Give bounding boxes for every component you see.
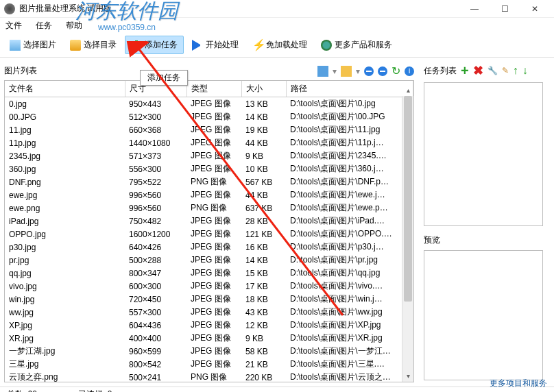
table-row[interactable]: OPPO.jpg1600×1200JPEG 图像121 KBD:\tools\桌…: [5, 228, 413, 241]
table-row[interactable]: 11p.jpg1440×1080JPEG 图像44 KBD:\tools\桌面\…: [5, 136, 413, 149]
preview-label: 预览: [424, 234, 440, 246]
task-clear-icon[interactable]: ✎: [502, 66, 509, 75]
table-row[interactable]: ewe.png996×560PNG 图像637 KBD:\tools\桌面\图片…: [5, 201, 413, 215]
image-list-label: 图片列表: [4, 65, 37, 77]
col-type[interactable]: 类型: [186, 81, 241, 97]
table-row[interactable]: p30.jpg640×426JPEG 图像16 KBD:\tools\桌面\图片…: [5, 241, 413, 254]
info-icon[interactable]: i: [405, 66, 414, 76]
pic-icon[interactable]: [317, 66, 328, 77]
footer-link[interactable]: 更多项目和服务: [490, 378, 547, 389]
image-icon: [10, 40, 21, 51]
table-row[interactable]: 2345.jpg571×373JPEG 图像9 KBD:\tools\桌面\图片…: [5, 149, 413, 162]
col-size[interactable]: 大小: [241, 81, 286, 97]
table-row[interactable]: ww.jpg557×300JPEG 图像43 KBD:\tools\桌面\图片\…: [5, 306, 413, 319]
play-icon: [192, 40, 203, 51]
table-row[interactable]: 一梦江湖.jpg960×599JPEG 图像58 KBD:\tools\桌面\图…: [5, 345, 413, 358]
app-icon: [4, 3, 15, 14]
table-row[interactable]: XP.jpg604×436JPEG 图像12 KBD:\tools\桌面\图片\…: [5, 319, 413, 332]
window-title: 图片批量处理系统 试用版: [19, 3, 459, 14]
table-row[interactable]: vivo.jpg600×300JPEG 图像17 KBD:\tools\桌面\图…: [5, 280, 413, 293]
task-up-icon[interactable]: ↑: [513, 64, 518, 77]
select-image-button[interactable]: 选择图片: [4, 36, 62, 53]
close-button[interactable]: ✕: [520, 1, 550, 17]
menu-file[interactable]: 文件: [5, 20, 22, 32]
tooltip: 添加任务: [140, 70, 188, 86]
select-folder-button[interactable]: 选择目录: [64, 36, 122, 53]
refresh-icon[interactable]: ↻: [392, 64, 400, 77]
list-toolbar: ▾ ▾ ↻ i: [317, 64, 414, 77]
table-row[interactable]: iPad.jpg750×482JPEG 图像28 KBD:\tools\桌面\图…: [5, 215, 413, 228]
task-list-label: 任务列表: [424, 65, 457, 77]
col-path[interactable]: 路径: [286, 81, 413, 97]
task-list-panel[interactable]: [424, 82, 543, 226]
menubar: 文件 任务 帮助: [0, 18, 554, 33]
scroll-up-icon[interactable]: ▴: [402, 84, 413, 96]
table-row[interactable]: 云顶之弈.png500×241PNG 图像220 KBD:\tools\桌面\图…: [5, 371, 413, 382]
task-down-icon[interactable]: ↓: [522, 64, 528, 77]
table-row[interactable]: 360.jpg556×300JPEG 图像10 KBD:\tools\桌面\图片…: [5, 162, 413, 175]
table-row[interactable]: win.jpg720×450JPEG 图像18 KBD:\tools\桌面\图片…: [5, 293, 413, 306]
table-row[interactable]: ewe.jpg996×560JPEG 图像44 KBD:\tools\桌面\图片…: [5, 188, 413, 201]
table-row[interactable]: pr.jpg500×288JPEG 图像14 KBD:\tools\桌面\图片\…: [5, 254, 413, 267]
remove-all-icon[interactable]: [378, 66, 387, 76]
selected-count: 已选择 0: [78, 389, 112, 392]
remove-icon[interactable]: [364, 66, 374, 76]
scroll-down-icon[interactable]: ▾: [402, 370, 413, 382]
maximize-button[interactable]: ☐: [490, 1, 520, 17]
vertical-scrollbar[interactable]: ▴ ▾: [402, 96, 413, 382]
table-row[interactable]: 0.jpg950×443JPEG 图像13 KBD:\tools\桌面\图片\0…: [5, 97, 413, 111]
plus-icon: [131, 40, 142, 51]
total-count: 总数 90: [7, 389, 37, 392]
dropdown-icon-2[interactable]: ▾: [356, 66, 360, 76]
folder-mini-icon[interactable]: [341, 66, 352, 77]
toolbar: 选择图片 选择目录 添加任务 开始处理 ⚡免加载处理 更多产品和服务: [0, 33, 554, 58]
preview-panel: [424, 250, 543, 380]
table-row[interactable]: 00.JPG512×300JPEG 图像14 KBD:\tools\桌面\图片\…: [5, 110, 413, 123]
statusbar: 总数 90 已选择 0: [0, 387, 554, 392]
titlebar: 图片批量处理系统 试用版 — ☐ ✕: [0, 0, 554, 18]
bolt-icon: ⚡: [252, 40, 263, 51]
menu-task[interactable]: 任务: [36, 20, 52, 32]
table-row[interactable]: 三星.jpg800×542JPEG 图像21 KBD:\tools\桌面\图片\…: [5, 358, 413, 371]
dropdown-icon[interactable]: ▾: [333, 66, 337, 76]
task-add-icon[interactable]: +: [461, 66, 469, 75]
table-row[interactable]: qq.jpg800×347JPEG 图像15 KBD:\tools\桌面\图片\…: [5, 267, 413, 280]
more-products-button[interactable]: 更多产品和服务: [315, 36, 398, 53]
scroll-thumb[interactable]: [404, 96, 412, 302]
table-row[interactable]: DNF.png795×522PNG 图像567 KBD:\tools\桌面\图片…: [5, 175, 413, 188]
no-load-process-button[interactable]: ⚡免加载处理: [247, 36, 313, 53]
task-delete-icon[interactable]: ✖: [473, 63, 483, 78]
add-task-button[interactable]: 添加任务: [125, 36, 184, 54]
start-process-button[interactable]: 开始处理: [186, 36, 244, 53]
menu-help[interactable]: 帮助: [66, 20, 82, 32]
globe-icon: [321, 40, 332, 51]
col-filename[interactable]: 文件名: [5, 81, 125, 97]
folder-icon: [70, 40, 81, 51]
minimize-button[interactable]: —: [459, 1, 490, 17]
table-row[interactable]: 11.jpg660×368JPEG 图像19 KBD:\tools\桌面\图片\…: [5, 123, 413, 136]
table-row[interactable]: XR.jpg400×400JPEG 图像9 KBD:\tools\桌面\图片\X…: [5, 332, 413, 345]
image-table[interactable]: 文件名 尺寸 类型 大小 路径 0.jpg950×443JPEG 图像13 KB…: [4, 80, 414, 382]
task-config-icon[interactable]: 🔧: [487, 66, 498, 75]
